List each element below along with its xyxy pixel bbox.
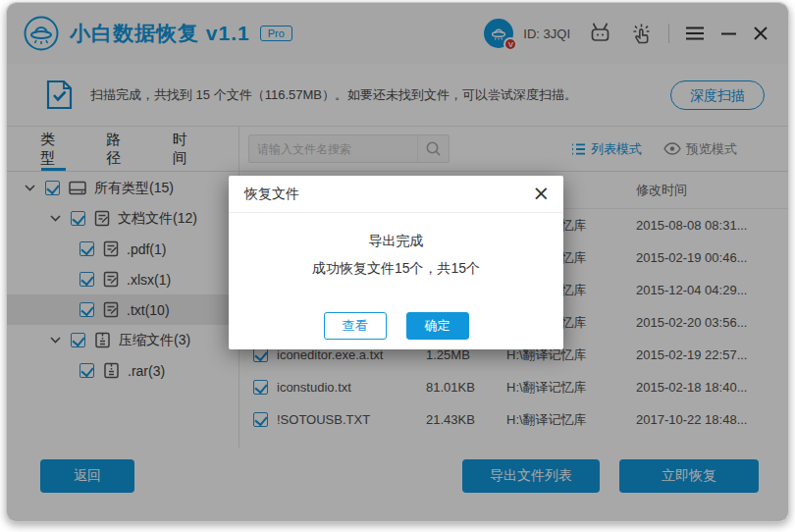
recover-files-dialog: 恢复文件 × 导出完成 成功恢复文件15个，共15个 查看 确定 [229,176,563,349]
dialog-title: 恢复文件 [244,186,299,203]
app-window: 小白数据恢复 v1.1 Pro V ID: 3JQI [6,2,789,522]
view-button[interactable]: 查看 [324,312,387,340]
recover-result-text: 成功恢复文件15个，共15个 [229,260,563,278]
dialog-close-icon[interactable]: × [532,184,550,204]
dialog-title-bar: 恢复文件 × [229,176,563,213]
export-complete-text: 导出完成 [229,233,563,250]
ok-button[interactable]: 确定 [406,312,469,340]
